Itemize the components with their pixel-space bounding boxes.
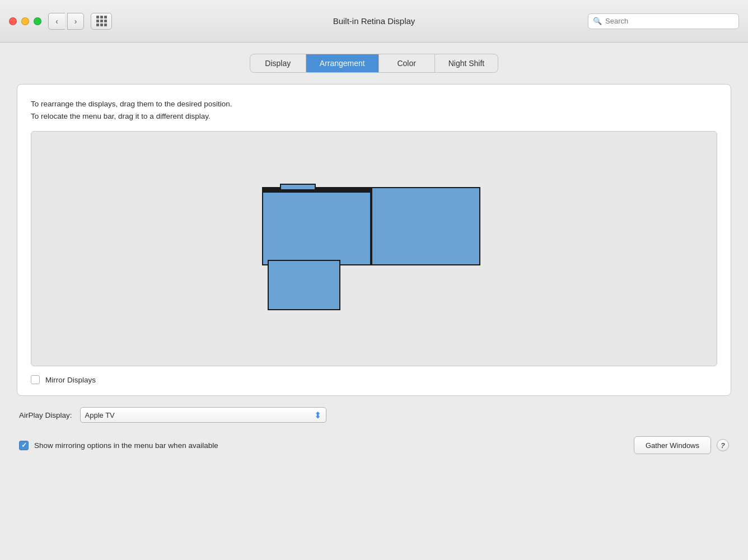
help-button[interactable]: ?: [717, 439, 729, 451]
titlebar: ‹ › Built-in Retina Display 🔍: [0, 0, 748, 43]
display-arrangement-area: [31, 131, 717, 366]
menubar-indicator: [263, 188, 370, 193]
traffic-lights: [9, 17, 41, 25]
main-content: Display Arrangement Color Night Shift To…: [0, 43, 748, 560]
instruction-text: To rearrange the displays, drag them to …: [31, 98, 717, 122]
display-secondary[interactable]: [371, 187, 480, 265]
search-box[interactable]: 🔍: [588, 13, 739, 29]
grid-button[interactable]: [91, 13, 112, 30]
close-button[interactable]: [9, 17, 17, 25]
mirror-displays-label: Mirror Displays: [45, 376, 96, 384]
mirror-row: Mirror Displays: [31, 375, 717, 384]
show-mirroring-checkbox[interactable]: ✓: [19, 441, 29, 450]
forward-icon: ›: [74, 17, 77, 26]
search-input[interactable]: [605, 17, 734, 25]
airplay-row: AirPlay Display: Apple TV ⬍: [17, 407, 731, 423]
checkmark-icon: ✓: [21, 442, 27, 449]
nav-buttons: ‹ ›: [48, 13, 84, 30]
back-button[interactable]: ‹: [48, 13, 65, 30]
tabs: Display Arrangement Color Night Shift: [250, 54, 499, 73]
mirror-displays-checkbox[interactable]: [31, 375, 40, 384]
tab-night-shift[interactable]: Night Shift: [435, 54, 498, 72]
tab-arrangement[interactable]: Arrangement: [306, 54, 379, 72]
instruction-line1: To rearrange the displays, drag them to …: [31, 98, 717, 110]
displays-wrapper: [262, 187, 486, 310]
tab-color[interactable]: Color: [379, 54, 435, 72]
forward-button[interactable]: ›: [67, 13, 84, 30]
arrangement-panel: To rearrange the displays, drag them to …: [17, 84, 731, 396]
tabs-container: Display Arrangement Color Night Shift: [17, 54, 731, 73]
bottom-buttons: Gather Windows ?: [634, 436, 729, 454]
show-mirroring-row: ✓ Show mirroring options in the menu bar…: [19, 441, 218, 450]
gather-windows-button[interactable]: Gather Windows: [634, 436, 711, 454]
show-mirroring-label: Show mirroring options in the menu bar w…: [34, 441, 218, 450]
window-title: Built-in Retina Display: [333, 16, 415, 26]
airplay-label: AirPlay Display:: [19, 411, 72, 419]
airplay-select-value: Apple TV: [85, 411, 115, 419]
tab-display[interactable]: Display: [250, 54, 306, 72]
back-icon: ‹: [55, 17, 58, 26]
instruction-line2: To relocate the menu bar, drag it to a d…: [31, 110, 717, 123]
display-main[interactable]: [262, 187, 371, 265]
grid-icon: [96, 16, 107, 26]
search-icon: 🔍: [593, 17, 602, 25]
minimize-button[interactable]: [21, 17, 29, 25]
maximize-button[interactable]: [34, 17, 41, 25]
bottom-row: ✓ Show mirroring options in the menu bar…: [17, 436, 731, 454]
stepper-icon: ⬍: [314, 410, 321, 421]
airplay-select[interactable]: Apple TV ⬍: [80, 407, 326, 423]
display-small[interactable]: [268, 260, 340, 310]
